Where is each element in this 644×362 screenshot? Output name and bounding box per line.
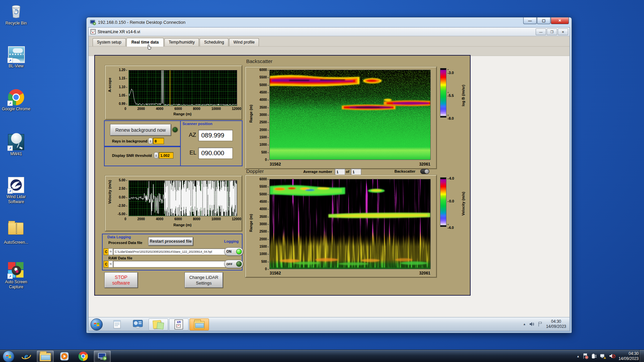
tick-label: 5500 [259, 185, 269, 188]
tick-label: 2500 [259, 230, 269, 233]
raw-drive-selector[interactable]: C [104, 261, 109, 267]
shortcut-arrow-icon: ↗ [7, 145, 13, 151]
scanner-position-group: Scanner position AZ 089.999 EL 090.000 [180, 120, 243, 166]
desktop-icon-label: AutoScreen... [0, 240, 32, 245]
tab-scheduling[interactable]: Scheduling [200, 38, 228, 46]
control-panel-icon[interactable] [133, 320, 143, 328]
backscatter-heatmap[interactable] [270, 70, 430, 160]
remote-tray-expand-icon[interactable]: ▲ [523, 322, 526, 326]
doppler-heatmap[interactable] [270, 179, 430, 269]
desktop-icon-auto-screen-capture[interactable]: ↗ Auto Screen Capture [0, 262, 32, 290]
raw-logging-toggle[interactable]: OFF [224, 260, 243, 268]
processed-path-field[interactable]: C:\Lidar\Data\Proc\2023\202309\20230914\… [113, 248, 226, 255]
remote-start-button[interactable] [91, 318, 103, 330]
settings-line2: Settings [196, 280, 212, 286]
labview-vi-taskbar-button[interactable]: XR [169, 318, 189, 330]
network-icon[interactable]: ! [600, 353, 606, 359]
doppler-y-ticks: 6000550050004500400035003000250020001500… [253, 177, 269, 271]
close-button[interactable]: ✕ [551, 17, 569, 24]
el-value-field[interactable]: 090.000 [198, 147, 233, 159]
chrome-taskbar-button[interactable] [75, 351, 91, 362]
ascope-plot[interactable] [128, 70, 237, 106]
power-icon[interactable] [591, 353, 597, 359]
media-player-taskbar-button[interactable] [56, 351, 72, 362]
tab-real-time-data[interactable]: Real time data [126, 38, 164, 47]
tick-label: 8000 [193, 217, 200, 221]
tick-label: 4500 [259, 200, 269, 203]
tick-label: 6000 [259, 177, 269, 181]
snr-value-field[interactable]: 1.002 [159, 152, 173, 159]
desktop-icon-autoscreen-zip[interactable]: AutoScreen... [0, 220, 32, 245]
stop-line2: software [112, 280, 130, 286]
backscatter-cb-label: log B (/m/sr) [461, 79, 465, 106]
background-controls-group: Renew background now Rays in background … [104, 120, 181, 147]
processed-browse-icon[interactable]: ⧉ [108, 248, 113, 255]
backscatter-title: Backscatter [246, 58, 272, 64]
show-desktop-button[interactable] [639, 350, 644, 362]
restart-processed-file-button[interactable]: Restart processed file [148, 237, 193, 246]
backscatter-toggle-switch[interactable] [420, 169, 429, 174]
tab-wind-profile[interactable]: Wind profile [229, 38, 259, 46]
internet-explorer-taskbar-button[interactable]: e [18, 351, 34, 362]
sticky-notes-taskbar-button[interactable] [149, 318, 168, 330]
sticky-notes-icon [157, 322, 164, 329]
rays-spinner[interactable]: ▲▼ [148, 138, 153, 144]
raw-path-field[interactable] [113, 261, 226, 267]
ascope-x-axis-label: Range (m) [128, 112, 236, 116]
stop-software-button[interactable]: STOP software [104, 272, 138, 288]
processed-logging-toggle[interactable]: ON [224, 247, 243, 256]
maximize-button[interactable]: ▢ [537, 17, 550, 24]
action-center-icon[interactable] [583, 353, 588, 359]
change-lidar-settings-button[interactable]: Change LiDAR Settings [184, 272, 223, 288]
doppler-cb-max: 4.0 [447, 177, 454, 180]
labview-xr-icon: XR [174, 319, 183, 329]
auto-screen-capture-icon: ↗ [8, 262, 24, 278]
rdp-taskbar-button[interactable] [94, 351, 111, 362]
taskbar-clock[interactable]: 04:30 14/09/2023 [619, 351, 639, 361]
remote-volume-icon[interactable] [529, 322, 535, 326]
tick-label: 1000 [259, 252, 269, 256]
average-number-field[interactable]: 1 [335, 169, 345, 175]
notepad-icon[interactable] [113, 319, 121, 329]
average-of-field[interactable]: 1 [351, 169, 361, 175]
tray-expand-icon[interactable]: ▲ [577, 355, 580, 358]
start-button[interactable] [3, 351, 14, 362]
remote-clock[interactable]: 04:30 14/09/2023 [546, 319, 568, 329]
minimize-button[interactable]: — [523, 17, 537, 24]
tick-label: -5.00 [118, 212, 127, 216]
on-lamp-icon [236, 249, 242, 254]
app-titlebar[interactable]: StreamLine XR v14-6.vi — ❐ ✕ [89, 27, 570, 36]
cloud-blob-5200m [363, 78, 382, 83]
desktop-icon-google-chrome[interactable]: ↗ Google Chrome [0, 89, 32, 112]
explorer-taskbar-button-remote[interactable] [190, 318, 209, 330]
app-close-button[interactable]: ✕ [558, 28, 568, 35]
tab-system-setup[interactable]: System setup [93, 38, 126, 46]
volume-muted-icon[interactable] [609, 353, 615, 359]
rays-value-field[interactable]: 8 [153, 138, 164, 144]
desktop-icon-mw41[interactable]: ↗ MW41 [0, 134, 32, 157]
snr-threshold-group: Display SNR threshold ▲▼ 1.002 [104, 146, 181, 166]
tick-label: -2.50 [118, 204, 127, 207]
remote-action-center-icon[interactable] [538, 322, 543, 327]
app-minimize-button[interactable]: — [536, 28, 546, 35]
renew-background-button[interactable]: Renew background now [110, 124, 171, 136]
recycle-bin-icon [8, 3, 24, 19]
doppler-colorbar [440, 177, 446, 227]
velocity-plot[interactable] [128, 180, 237, 216]
explorer-taskbar-button[interactable] [37, 351, 54, 362]
tick-label: 1.15 [119, 76, 127, 80]
tick-label: 5500 [259, 75, 269, 79]
raw-browse-icon[interactable]: ⧉ [108, 261, 113, 267]
desktop-icon-wind-lidar[interactable]: ↗ Wind Lidar Software [0, 177, 32, 204]
tick-label: 12000 [232, 217, 241, 221]
az-value-field[interactable]: 089.999 [198, 130, 233, 141]
snr-spinner[interactable]: ▲▼ [154, 152, 158, 159]
app-content: 1.201.151.101.050.99 A-scope 02000400060… [89, 47, 570, 317]
raw-data-file-label: RAW Data file [108, 256, 132, 260]
tab-temp-humidity[interactable]: Temp/humidity [164, 38, 199, 46]
desktop-icon-recycle-bin[interactable]: Recycle Bin [0, 3, 32, 26]
processed-drive-selector[interactable]: C [104, 248, 109, 255]
rdp-titlebar[interactable]: 192.168.0.150 - Remote Desktop Connectio… [87, 17, 572, 27]
app-restore-button[interactable]: ❐ [547, 28, 557, 35]
desktop-icon-bl-view[interactable]: ↗ BL-View [0, 46, 32, 69]
